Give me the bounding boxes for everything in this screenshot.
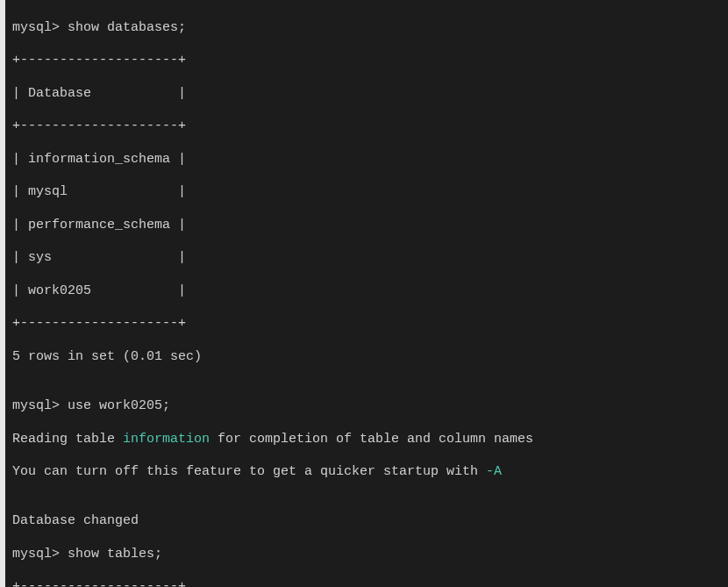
sql-command: show tables; xyxy=(68,547,162,562)
table-row: | work0205 | xyxy=(12,283,721,300)
cmd-show-databases: mysql> show databases; xyxy=(12,20,721,37)
sql-command: use work0205; xyxy=(68,398,170,413)
table-border: +--------------------+ xyxy=(12,118,721,135)
table-row: | information_schema | xyxy=(12,152,721,168)
table-border: +--------------------+ xyxy=(12,53,721,69)
mysql-prompt: mysql> xyxy=(12,20,68,35)
mysql-prompt: mysql> xyxy=(12,547,68,562)
sql-command: show databases; xyxy=(68,20,186,35)
cmd-use-database: mysql> use work0205; xyxy=(12,398,721,415)
table-border: +--------------------+ xyxy=(12,316,721,333)
status-line: Database changed xyxy=(12,513,721,530)
table-row: | performance_schema | xyxy=(12,218,721,234)
highlighted-flag: -A xyxy=(486,464,502,479)
cmd-show-tables: mysql> show tables; xyxy=(12,547,721,563)
info-line: You can turn off this feature to get a q… xyxy=(12,464,721,481)
info-line: Reading table information for completion… xyxy=(12,432,721,448)
result-summary: 5 rows in set (0.01 sec) xyxy=(12,349,721,366)
mysql-prompt: mysql> xyxy=(12,398,68,413)
table-row: | sys | xyxy=(12,250,721,267)
table-row: | mysql | xyxy=(12,184,721,201)
table-border: +--------------------+ xyxy=(12,579,721,587)
terminal-output[interactable]: mysql> show databases; +----------------… xyxy=(0,0,728,587)
highlighted-word: information xyxy=(123,432,210,447)
table-header: | Database | xyxy=(12,86,721,103)
